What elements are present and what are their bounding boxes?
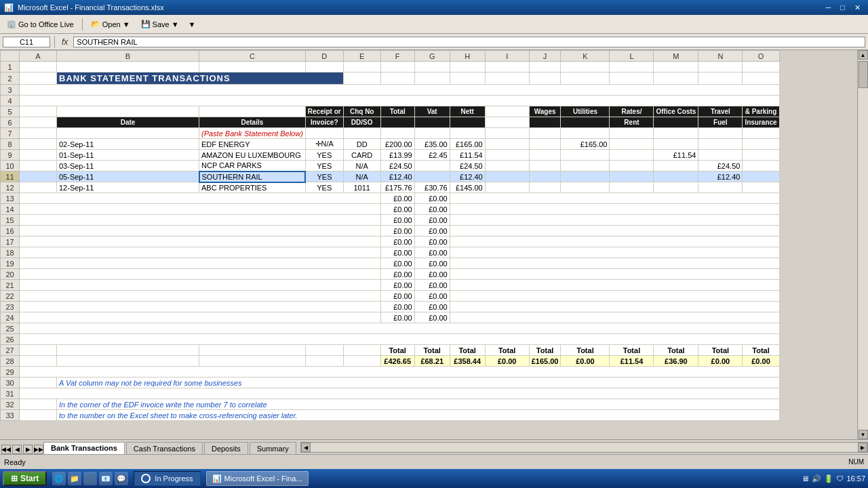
cell-K5[interactable]: Utilities: [561, 106, 610, 117]
tray-antivirus-icon[interactable]: 🛡: [836, 474, 844, 483]
cell-K7[interactable]: [561, 128, 610, 139]
cell-M8[interactable]: [654, 139, 698, 150]
cell-O28[interactable]: £0.00: [743, 356, 779, 367]
cell-J2[interactable]: [529, 73, 561, 85]
excel-taskbar-btn[interactable]: 📊 Microsoft Excel - Fina...: [206, 471, 309, 486]
cell-B1[interactable]: [57, 62, 199, 73]
cell-B5[interactable]: [57, 106, 199, 117]
cell-N12[interactable]: [698, 182, 743, 193]
col-header-J[interactable]: J: [529, 51, 561, 62]
cell-L27-total[interactable]: Total: [610, 345, 654, 356]
cell-I28[interactable]: £0.00: [485, 356, 529, 367]
cell-L9[interactable]: [610, 150, 654, 161]
col-header-N[interactable]: N: [698, 51, 743, 62]
cell-M11[interactable]: [654, 171, 698, 182]
cell-O12[interactable]: [743, 182, 779, 193]
cell-F12[interactable]: £175.76: [380, 182, 414, 193]
tab-deposits[interactable]: Deposits: [204, 442, 248, 454]
tab-bank-transactions[interactable]: Bank Transactions: [43, 442, 125, 454]
cell-M5[interactable]: Office Costs: [654, 106, 698, 117]
cell-A2[interactable]: [20, 73, 57, 85]
cell-row4[interactable]: [20, 96, 780, 106]
cell-D6[interactable]: Invoice?: [305, 117, 343, 128]
cell-N10[interactable]: £24.50: [698, 161, 743, 171]
cell-H7[interactable]: [450, 128, 485, 139]
cell-L6[interactable]: Rent: [610, 117, 654, 128]
minimize-btn[interactable]: ─: [823, 3, 835, 12]
maximize-btn[interactable]: □: [837, 3, 848, 12]
cell-I2[interactable]: [485, 73, 529, 85]
col-header-E[interactable]: E: [343, 51, 380, 62]
cell-G1[interactable]: [414, 62, 450, 73]
cell-G6[interactable]: [414, 117, 450, 128]
cell-C11[interactable]: SOUTHERN RAIL: [199, 171, 306, 182]
cell-F1[interactable]: [380, 62, 414, 73]
cell-B9[interactable]: 01-Sep-11: [57, 150, 199, 161]
col-header-O[interactable]: O: [743, 51, 779, 62]
cell-I8[interactable]: [485, 139, 529, 150]
cell-H27-total[interactable]: Total: [450, 345, 485, 356]
cell-K1[interactable]: [561, 62, 610, 73]
cell-M10[interactable]: [654, 161, 698, 171]
cell-C10[interactable]: NCP CAR PARKS: [199, 161, 306, 171]
cell-M2[interactable]: [654, 73, 698, 85]
cell-L7[interactable]: [610, 128, 654, 139]
cell-N28[interactable]: £0.00: [698, 356, 743, 367]
cell-J28[interactable]: £165.00: [529, 356, 561, 367]
cell-J9[interactable]: [529, 150, 561, 161]
cell-B7[interactable]: [57, 128, 199, 139]
cell-E12[interactable]: 1011: [343, 182, 380, 193]
cell-D12[interactable]: YES: [305, 182, 343, 193]
cell-B11[interactable]: 05-Sep-11: [57, 171, 199, 182]
cell-I12[interactable]: [485, 182, 529, 193]
cell-I7[interactable]: [485, 128, 529, 139]
cell-H8[interactable]: £165.00: [450, 139, 485, 150]
cell-E9[interactable]: CARD: [343, 150, 380, 161]
cell-J10[interactable]: [529, 161, 561, 171]
cell-I6[interactable]: [485, 117, 529, 128]
cell-D1[interactable]: [305, 62, 343, 73]
explorer-icon[interactable]: 📁: [68, 472, 81, 485]
cell-C5[interactable]: [199, 106, 306, 117]
cell-I1[interactable]: [485, 62, 529, 73]
cell-H12[interactable]: £145.00: [450, 182, 485, 193]
cell-K2[interactable]: [561, 73, 610, 85]
cell-M6[interactable]: [654, 117, 698, 128]
cell-H1[interactable]: [450, 62, 485, 73]
cell-O10[interactable]: [743, 161, 779, 171]
col-header-H[interactable]: H: [450, 51, 485, 62]
cell-G27-total[interactable]: Total: [414, 345, 450, 356]
cell-O9[interactable]: [743, 150, 779, 161]
cell-F27-total[interactable]: Total: [380, 345, 414, 356]
cell-G11[interactable]: [414, 171, 450, 182]
cell-D8[interactable]: ✛N/A: [305, 139, 343, 150]
cell-B10[interactable]: 03-Sep-11: [57, 161, 199, 171]
cell-B2-title[interactable]: BANK STATEMENT TRANSACTIONS: [57, 73, 344, 85]
cell-G10[interactable]: [414, 161, 450, 171]
go-to-office-button[interactable]: 🏢 Go to Office Live: [3, 17, 78, 32]
tab-prev-btn[interactable]: ◀: [12, 445, 22, 454]
cell-I10[interactable]: [485, 161, 529, 171]
tab-first-btn[interactable]: ◀◀: [1, 445, 11, 454]
cell-G8[interactable]: £35.00: [414, 139, 450, 150]
cell-D11[interactable]: YES: [305, 171, 343, 182]
col-header-B[interactable]: B: [57, 51, 199, 62]
cell-G2[interactable]: [414, 73, 450, 85]
tab-summary[interactable]: Summary: [250, 442, 296, 454]
vertical-scrollbar[interactable]: ▲ ▼: [857, 50, 868, 439]
cell-A8[interactable]: [20, 139, 57, 150]
cell-J1[interactable]: [529, 62, 561, 73]
cell-D5[interactable]: Receipt or: [305, 106, 343, 117]
cell-C9[interactable]: AMAZON EU LUXEMBOURG: [199, 150, 306, 161]
scroll-track[interactable]: [859, 60, 868, 430]
cell-row32-text[interactable]: In the corner of the EDF invoice write t…: [57, 399, 780, 410]
cell-O1[interactable]: [743, 62, 779, 73]
cell-H2[interactable]: [450, 73, 485, 85]
cell-E10[interactable]: N/A: [343, 161, 380, 171]
cell-H11[interactable]: £12.40: [450, 171, 485, 182]
cell-K11[interactable]: [561, 171, 610, 182]
cell-A10[interactable]: [20, 161, 57, 171]
cell-B8[interactable]: 02-Sep-11: [57, 139, 199, 150]
cell-D9[interactable]: YES: [305, 150, 343, 161]
cell-E2[interactable]: [343, 73, 380, 85]
